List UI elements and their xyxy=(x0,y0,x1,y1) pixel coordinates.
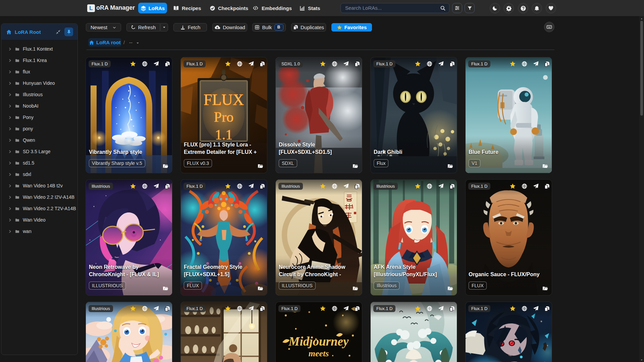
svg-text:FLUX: FLUX xyxy=(204,91,244,108)
svg-text:Pro: Pro xyxy=(214,109,233,125)
svg-text:Midjourney: Midjourney xyxy=(288,335,349,348)
svg-text:meets: meets xyxy=(309,349,329,358)
